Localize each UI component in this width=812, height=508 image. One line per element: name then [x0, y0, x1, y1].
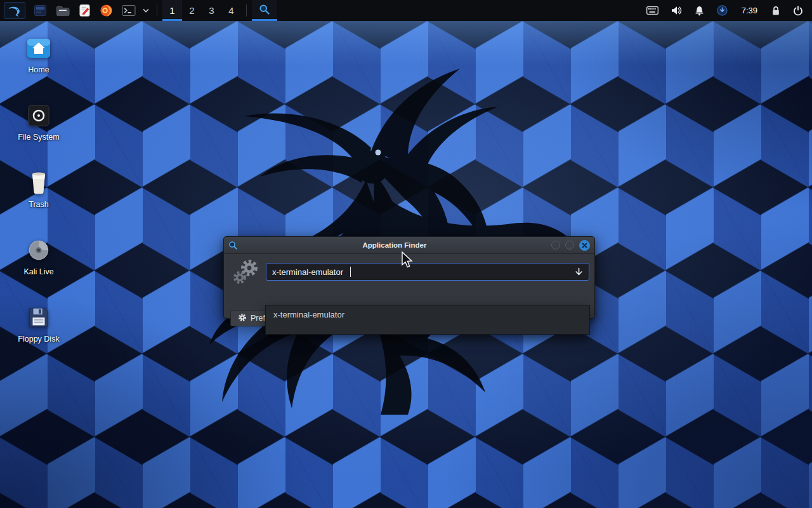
- file-manager-icon: [56, 4, 70, 17]
- gear-icon: [238, 313, 247, 324]
- applications-menu-button[interactable]: [4, 2, 25, 19]
- lock-icon: [771, 6, 780, 16]
- desktop-icon-label: Floppy Disk: [18, 335, 59, 344]
- window-title: Application Finder: [243, 241, 546, 249]
- volume-button[interactable]: [666, 0, 687, 21]
- terminal-dropdown-button[interactable]: [140, 0, 152, 21]
- kali-menu-icon: [8, 4, 22, 17]
- desktop-icon-trash[interactable]: Trash: [11, 170, 66, 209]
- minimize-button[interactable]: [551, 241, 560, 250]
- workspace-2[interactable]: 2: [182, 0, 202, 21]
- desktop-icon-list: Home File System: [11, 35, 66, 344]
- close-button[interactable]: [579, 240, 590, 251]
- panel-separator: [157, 4, 157, 17]
- desktop-icon-label: File System: [18, 133, 59, 142]
- close-icon: [582, 241, 587, 250]
- lock-screen-button[interactable]: [766, 0, 785, 21]
- screen: 1 2 3 4: [0, 0, 812, 508]
- application-finder-icon: [259, 4, 270, 17]
- gears-icon: [232, 258, 261, 288]
- kali-dragon-wallpaper-art: [162, 46, 580, 415]
- desktop-icon-label: Home: [28, 65, 49, 74]
- status-circle-icon: [717, 5, 728, 16]
- completion-dropdown: x-terminal-emulator: [265, 305, 590, 335]
- workspace-switcher: 1 2 3 4: [162, 0, 241, 21]
- power-button[interactable]: [788, 0, 808, 21]
- text-editor-icon: [79, 4, 91, 17]
- search-input[interactable]: x-terminal-emulator: [266, 263, 589, 281]
- notifications-icon: [695, 6, 704, 16]
- terminal-icon: [122, 4, 136, 17]
- chevron-down-icon: [143, 8, 149, 13]
- volume-icon: [671, 6, 682, 15]
- clock[interactable]: 7:39: [735, 6, 764, 15]
- workspace-4[interactable]: 4: [221, 0, 241, 21]
- launcher-file-manager[interactable]: [51, 0, 74, 21]
- dropdown-item[interactable]: x-terminal-emulator: [266, 305, 589, 324]
- keyboard-icon: [646, 6, 658, 15]
- application-finder-window: Application Finder: [223, 236, 595, 319]
- keyboard-layout-button[interactable]: [641, 0, 664, 21]
- desktop-icon-label: Trash: [29, 200, 49, 209]
- combo-arrow-down-icon[interactable]: [575, 267, 583, 276]
- window-titlebar[interactable]: Application Finder: [224, 237, 594, 254]
- desktop: Home File System: [0, 21, 812, 508]
- launcher-places[interactable]: [29, 0, 51, 21]
- text-caret: [350, 267, 351, 277]
- firefox-icon: [100, 4, 113, 17]
- maximize-button[interactable]: [565, 241, 574, 250]
- notifications-button[interactable]: [690, 0, 709, 21]
- system-tray: 7:39: [641, 0, 808, 21]
- application-finder-icon: [228, 241, 238, 250]
- workspace-1[interactable]: 1: [162, 0, 182, 21]
- workspace-3[interactable]: 3: [202, 0, 221, 21]
- floppy-icon: [25, 304, 52, 331]
- launcher-text-editor[interactable]: [74, 0, 95, 21]
- desktop-icon-label: Kali Live: [23, 267, 53, 276]
- filesystem-icon: [25, 102, 52, 129]
- taskbar-application-finder-button[interactable]: [252, 0, 277, 21]
- desktop-icon-home[interactable]: Home: [11, 35, 66, 74]
- window-body: x-terminal-emulator: [224, 254, 594, 319]
- trash-icon: [25, 170, 52, 196]
- disc-icon: [25, 237, 52, 264]
- top-panel: 1 2 3 4: [0, 0, 812, 21]
- launcher-terminal[interactable]: [117, 0, 140, 21]
- search-input-value: x-terminal-emulator: [272, 267, 343, 277]
- launcher-firefox[interactable]: [95, 0, 117, 21]
- desktop-icon-kali-live[interactable]: Kali Live: [11, 237, 66, 276]
- panel-separator: [246, 4, 247, 17]
- desktop-icon-file-system[interactable]: File System: [11, 102, 66, 142]
- status-circle-button[interactable]: [712, 0, 733, 21]
- home-folder-icon: [25, 35, 52, 62]
- places-icon: [34, 4, 47, 17]
- power-icon: [793, 6, 803, 16]
- desktop-icon-floppy-disk[interactable]: Floppy Disk: [11, 304, 66, 344]
